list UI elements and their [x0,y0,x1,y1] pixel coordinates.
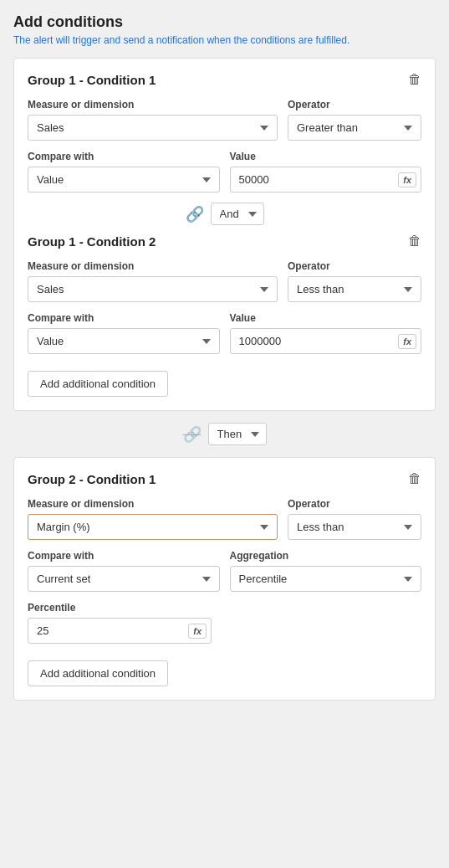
group2-condition1-percentile-row: Percentile fx [28,602,212,644]
group1-condition1-header: Group 1 - Condition 1 🗑 [28,72,421,87]
group1-condition2-measure-group: Measure or dimension Sales [28,260,278,302]
group1-condition2-compare-select[interactable]: Value [28,328,220,354]
group1-connector-row: 🔗 And Or [28,203,421,225]
between-groups-row: 🔗 Then And Or [13,423,436,445]
group1-connector-select[interactable]: And Or [211,203,264,225]
group1-condition2-row2: Compare with Value Value fx [28,312,421,354]
group2-condition1-fx-button[interactable]: fx [188,624,207,639]
group2-condition1-delete-icon[interactable]: 🗑 [408,471,421,486]
group1-condition2-value-group: Value fx [230,312,422,354]
group1-condition1-value-input[interactable] [230,167,422,193]
group2-condition1-percentile-input[interactable] [28,618,212,644]
group2-condition1-operator-group: Operator Less than [288,498,421,540]
group1-condition1-operator-select[interactable]: Greater than [288,115,421,141]
broken-link-icon: 🔗 [183,425,202,444]
group1-condition2-operator-select[interactable]: Less than [288,276,421,302]
group2-condition1-operator-label: Operator [288,498,421,510]
group1-condition2-value-input[interactable] [230,328,422,354]
group2-container: Group 2 - Condition 1 🗑 Measure or dimen… [13,457,436,701]
group1-condition1-operator-label: Operator [288,99,421,110]
group2-condition1-header: Group 2 - Condition 1 🗑 [28,471,421,486]
group1-condition1-delete-icon[interactable]: 🗑 [408,72,421,87]
group2-add-condition-button[interactable]: Add additional condition [28,660,168,686]
group1-condition1-compare-label: Compare with [28,151,220,162]
group1-condition2-header: Group 1 - Condition 2 🗑 [28,234,421,249]
group1-condition2-operator-label: Operator [288,260,421,272]
group1-add-condition-button[interactable]: Add additional condition [28,371,168,397]
group2-condition1-aggregation-label: Aggregation [230,550,422,562]
group1-condition2-measure-select[interactable]: Sales [28,276,278,302]
group2-condition1-percentile-label: Percentile [28,602,212,614]
between-groups-connector-select[interactable]: Then And Or [208,423,267,445]
group1-condition1-operator-group: Operator Greater than [288,99,421,141]
group2-condition1-compare-select[interactable]: Current set [28,566,220,592]
group2-condition1-row2: Compare with Current set Aggregation Per… [28,550,421,592]
group1-condition2-row1: Measure or dimension Sales Operator Less… [28,260,421,302]
group2-condition1-aggregation-select[interactable]: Percentile [230,566,422,592]
group1-condition1-value-group: Value fx [230,151,422,193]
group2-condition1-aggregation-group: Aggregation Percentile [230,550,422,592]
group1-condition1-value-label: Value [230,151,422,162]
group2-condition1-measure-group: Measure or dimension Margin (%) [28,498,278,540]
group1-condition1-measure-select[interactable]: Sales [28,115,278,141]
group1-condition2-fx-button[interactable]: fx [398,334,416,349]
group1-container: Group 1 - Condition 1 🗑 Measure or dimen… [13,58,436,411]
group1-condition2-title: Group 1 - Condition 2 [28,234,156,249]
group2-condition1-measure-select[interactable]: Margin (%) [28,514,278,540]
group1-condition1-compare-select[interactable]: Value [28,167,220,193]
group1-condition1-fx-button[interactable]: fx [398,172,416,187]
group1-condition1-value-wrapper: fx [230,167,422,193]
group1-condition2-value-wrapper: fx [230,328,422,354]
group1-condition2-compare-label: Compare with [28,312,220,324]
group2-condition1-percentile-wrapper: fx [28,618,212,644]
group2-condition1-compare-label: Compare with [28,550,220,562]
group1-condition1-title: Group 1 - Condition 1 [28,73,156,87]
group1-condition1-row2: Compare with Value Value fx [28,151,421,193]
group1-condition1-measure-label: Measure or dimension [28,99,278,110]
group2-condition1-operator-select[interactable]: Less than [288,514,421,540]
group1-condition1-measure-group: Measure or dimension Sales [28,99,278,141]
group2-condition1-title: Group 2 - Condition 1 [28,472,156,486]
group1-condition1-compare-group: Compare with Value [28,151,220,193]
group2-condition1-measure-label: Measure or dimension [28,498,278,510]
group1-condition2-measure-label: Measure or dimension [28,260,278,272]
group2-condition1-row1: Measure or dimension Margin (%) Operator… [28,498,421,540]
group1-condition2-delete-icon[interactable]: 🗑 [408,234,421,249]
group1-condition1-row1: Measure or dimension Sales Operator Grea… [28,99,421,141]
group1-link-icon: 🔗 [186,205,204,223]
group2-condition1-percentile-group: Percentile fx [28,602,212,644]
group1-condition2-operator-group: Operator Less than [288,260,421,302]
group1-condition2-value-label: Value [230,312,422,324]
page-subtitle: The alert will trigger and send a notifi… [13,34,436,46]
group2-condition1-compare-group: Compare with Current set [28,550,220,592]
page-title: Add conditions [13,13,436,31]
group1-condition2-compare-group: Compare with Value [28,312,220,354]
